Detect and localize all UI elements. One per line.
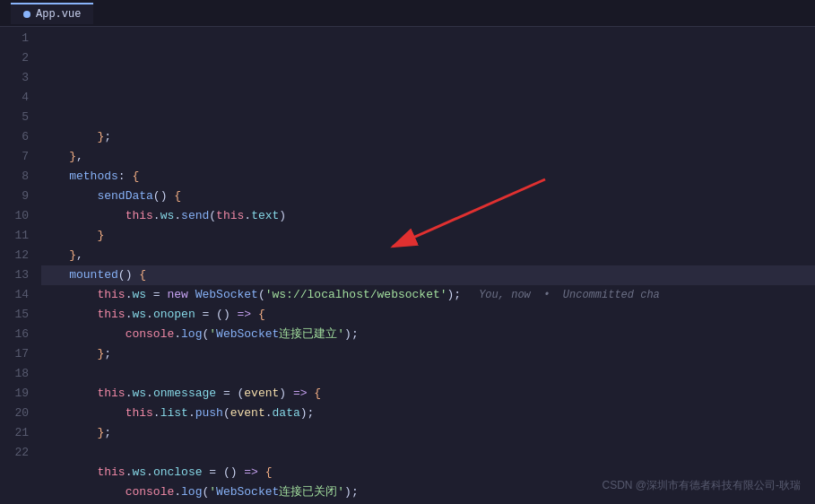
code-line: this.ws = new WebSocket('ws://localhost/… [41, 285, 815, 305]
code-line: } [41, 226, 815, 246]
code-line: }; [41, 127, 815, 147]
watermark: CSDN @深圳市有德者科技有限公司-耿瑞 [602, 478, 801, 493]
code-line [41, 443, 815, 463]
code-line: mounted() { [41, 265, 815, 285]
inline-hint: You, now • Uncommitted cha [479, 285, 660, 305]
tab-label: App.vue [36, 8, 81, 21]
code-line: methods: { [41, 167, 815, 187]
code-line: }, [41, 246, 815, 265]
title-bar: App.vue [0, 0, 815, 27]
code-line: }, [41, 147, 815, 167]
code-line: }; [41, 423, 815, 443]
editor-area: 12345678910111213141516171819202122 }; }… [0, 27, 815, 504]
code-line: }; [41, 344, 815, 364]
code-line: this.list.push(event.data); [41, 404, 815, 423]
code-line: console.log('WebSocket连接已建立'); [41, 325, 815, 344]
file-tab[interactable]: App.vue [11, 3, 93, 24]
code-line: sendData() { [41, 187, 815, 206]
code-content[interactable]: }; }, methods: { sendData() { this.ws.se… [34, 27, 815, 504]
code-line [41, 364, 815, 384]
tab-dot [23, 11, 30, 18]
line-numbers: 12345678910111213141516171819202122 [0, 27, 34, 504]
code-line: this.ws.onopen = () => { [41, 305, 815, 325]
code-line: this.ws.onmessage = (event) => { [41, 384, 815, 404]
code-line: this.ws.send(this.text) [41, 206, 815, 226]
